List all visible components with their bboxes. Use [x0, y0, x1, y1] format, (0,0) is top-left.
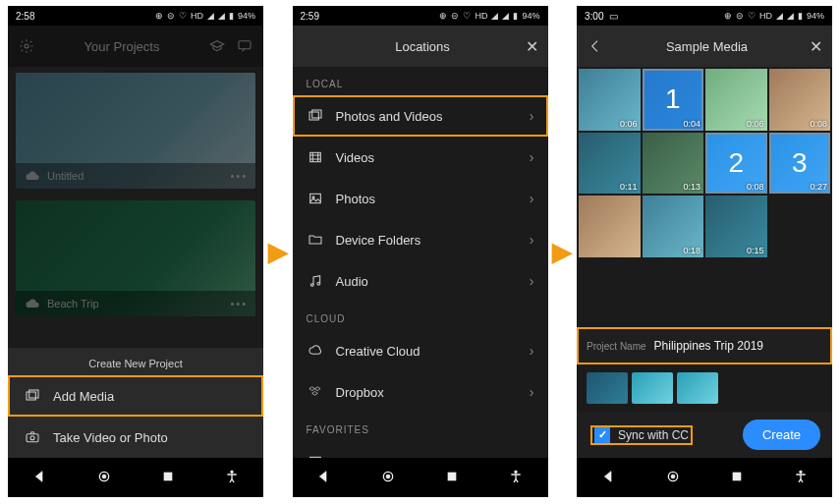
- add-media-label: Add Media: [53, 389, 114, 404]
- flow-arrow-icon: ▶: [552, 237, 572, 267]
- gear-icon[interactable]: [18, 37, 35, 55]
- projects-list: Untitled ••• Beach Trip •••: [8, 67, 263, 348]
- camera-icon: [24, 428, 41, 446]
- nav-recent-icon[interactable]: [160, 469, 176, 487]
- media-thumb[interactable]: 10:04: [643, 69, 704, 131]
- media-thumb[interactable]: [579, 196, 641, 257]
- page-title: Locations: [320, 39, 526, 54]
- project-more-icon[interactable]: •••: [230, 170, 248, 182]
- checkbox-checked-icon: [594, 427, 610, 443]
- row-dropbox[interactable]: Dropbox ›: [293, 371, 548, 413]
- nav-home-icon[interactable]: [96, 469, 112, 487]
- nav-home-icon[interactable]: [380, 469, 396, 487]
- media-thumb[interactable]: 0:06: [579, 69, 641, 131]
- create-project-sheet: Create New Project Add Media Take Video …: [8, 348, 263, 458]
- svg-rect-3: [29, 390, 38, 398]
- screen-locations: 2:59 ⊕⊝♡HD◢◢▮94% Locations ✕ LOCAL Photo…: [293, 6, 548, 497]
- status-bar: 3:00 ▭ ⊕⊝♡HD◢◢▮94%: [577, 6, 832, 26]
- graduation-icon[interactable]: [208, 37, 226, 55]
- take-video-photo-button[interactable]: Take Video or Photo: [8, 417, 263, 458]
- sheet-title: Create New Project: [8, 358, 263, 369]
- nav-recent-icon[interactable]: [444, 469, 460, 487]
- locations-list: LOCAL Photos and Videos › Videos › Photo…: [293, 67, 548, 458]
- project-more-icon[interactable]: •••: [230, 298, 248, 309]
- media-thumb[interactable]: 0:13: [643, 133, 704, 195]
- svg-point-19: [386, 475, 390, 478]
- section-local: LOCAL: [293, 67, 548, 95]
- screen-sample-media: 3:00 ▭ ⊕⊝♡HD◢◢▮94% Sample Media ✕ 0:06 1…: [577, 6, 832, 497]
- row-audio[interactable]: Audio ›: [293, 260, 548, 302]
- svg-point-23: [671, 475, 675, 478]
- status-time: 3:00 ▭: [585, 11, 618, 22]
- page-title: Sample Media: [604, 39, 810, 54]
- sync-label: Sync with CC: [618, 428, 689, 442]
- android-nav-bar: [293, 458, 548, 497]
- selected-clip[interactable]: [587, 372, 628, 404]
- selected-clip[interactable]: [632, 372, 673, 404]
- section-favorites: FAVORITES: [293, 413, 548, 441]
- android-nav-bar: [8, 458, 263, 497]
- close-icon[interactable]: ✕: [526, 37, 538, 56]
- folder-icon: [307, 231, 324, 249]
- nav-back-icon[interactable]: [32, 469, 48, 487]
- chevron-right-icon: ›: [530, 149, 534, 165]
- row-videos[interactable]: Videos ›: [293, 137, 548, 178]
- svg-point-21: [515, 471, 518, 474]
- status-time: 2:59: [301, 11, 319, 22]
- add-media-button[interactable]: Add Media: [8, 375, 263, 417]
- nav-accessibility-icon[interactable]: [508, 469, 524, 487]
- media-thumb[interactable]: 0:18: [643, 196, 704, 257]
- dropbox-icon: [307, 383, 324, 401]
- nav-back-icon[interactable]: [601, 469, 617, 487]
- media-thumb[interactable]: 0:11: [579, 133, 641, 195]
- svg-rect-4: [27, 434, 38, 442]
- back-icon[interactable]: [587, 37, 604, 55]
- media-thumb[interactable]: 0:08: [769, 69, 831, 131]
- svg-rect-20: [448, 473, 456, 480]
- svg-rect-13: [309, 194, 320, 202]
- selected-clip[interactable]: [677, 372, 718, 404]
- nav-recent-icon[interactable]: [729, 469, 745, 487]
- svg-rect-12: [309, 152, 320, 161]
- project-name: Beach Trip: [47, 298, 99, 309]
- media-library-icon: [24, 387, 41, 405]
- create-button[interactable]: Create: [743, 420, 820, 450]
- image-icon: [307, 190, 324, 207]
- close-icon[interactable]: ✕: [810, 37, 822, 56]
- chevron-right-icon: ›: [530, 232, 534, 248]
- svg-rect-8: [164, 473, 172, 480]
- svg-point-15: [310, 284, 313, 287]
- sync-with-cc-toggle[interactable]: Sync with CC: [588, 423, 695, 447]
- media-grid: 0:06 10:04 0:06 0:08 0:11 0:13 20:08 30:…: [577, 67, 832, 259]
- nav-back-icon[interactable]: [316, 469, 332, 487]
- project-name-label: Project Name: [587, 341, 646, 352]
- row-sample-media[interactable]: Sample Media ›: [293, 441, 548, 458]
- chevron-right-icon: ›: [530, 384, 534, 400]
- project-name: Untitled: [47, 170, 84, 182]
- media-thumb[interactable]: 0:15: [705, 196, 767, 257]
- row-creative-cloud[interactable]: Creative Cloud ›: [293, 330, 548, 371]
- status-bar: 2:58 ⊕⊝♡HD◢◢▮94%: [8, 6, 263, 26]
- svg-rect-24: [733, 473, 741, 480]
- media-thumb[interactable]: 20:08: [705, 133, 767, 195]
- nav-accessibility-icon[interactable]: [224, 469, 240, 487]
- project-name-field[interactable]: Project Name Philippines Trip 2019: [577, 327, 832, 364]
- flow-arrow-icon: ▶: [268, 237, 288, 267]
- row-photos[interactable]: Photos ›: [293, 178, 548, 219]
- media-thumb[interactable]: 0:06: [705, 69, 767, 131]
- nav-accessibility-icon[interactable]: [793, 469, 809, 487]
- take-video-label: Take Video or Photo: [53, 430, 168, 445]
- android-nav-bar: [577, 458, 832, 497]
- nav-home-icon[interactable]: [665, 469, 681, 487]
- svg-rect-10: [309, 112, 318, 120]
- project-card[interactable]: Untitled •••: [16, 73, 255, 189]
- footer: Sync with CC Create: [577, 412, 832, 458]
- project-card[interactable]: Beach Trip •••: [16, 200, 255, 316]
- row-device-folders[interactable]: Device Folders ›: [293, 219, 548, 260]
- media-thumb[interactable]: 30:27: [769, 133, 831, 195]
- row-photos-and-videos[interactable]: Photos and Videos ›: [293, 95, 548, 137]
- chat-icon[interactable]: [236, 37, 253, 55]
- project-name-value: Philippines Trip 2019: [654, 339, 822, 353]
- status-time: 2:58: [16, 11, 34, 22]
- chevron-right-icon: ›: [530, 343, 534, 359]
